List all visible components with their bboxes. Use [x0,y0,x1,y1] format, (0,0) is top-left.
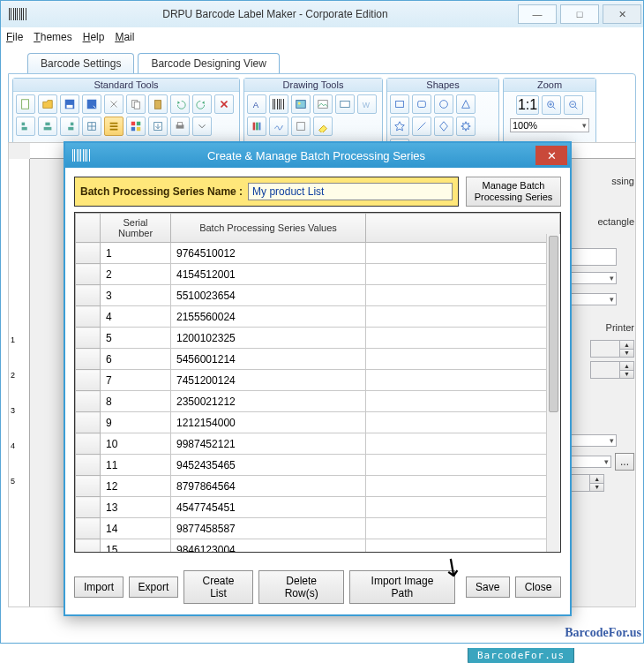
color-icon[interactable] [126,117,146,136]
cell-empty[interactable] [366,264,560,285]
image-tool-icon[interactable] [291,94,311,114]
table-row[interactable]: 91212154000 [76,412,560,433]
star-shape-icon[interactable] [390,117,409,136]
delete-icon[interactable] [214,94,234,114]
cell-value[interactable]: 1200102325 [171,328,366,349]
tab-barcode-settings[interactable]: Barcode Settings [27,53,134,73]
cell-empty[interactable] [366,306,560,328]
save-button[interactable]: Save [466,576,510,598]
delete-rows-button[interactable]: Delete Row(s) [258,570,344,604]
redo-icon[interactable] [192,94,212,114]
cell-empty[interactable] [366,476,560,497]
row-handle[interactable] [76,518,101,539]
export-icon[interactable] [148,117,168,136]
print-icon[interactable] [170,117,190,136]
maximize-button[interactable]: □ [560,4,599,24]
close-button-modal[interactable]: Close [515,576,561,598]
import-button[interactable]: Import [74,576,124,598]
cell-value[interactable]: 1212154000 [171,412,366,433]
barcode-tool-icon[interactable] [269,94,288,114]
row-handle[interactable] [76,455,101,476]
cell-serial[interactable]: 15 [101,539,171,554]
more-icon[interactable] [192,117,212,136]
table-row[interactable]: 65456001214 [76,349,560,370]
cell-empty[interactable] [366,433,560,455]
cell-serial[interactable]: 7 [101,370,171,391]
triangle-shape-icon[interactable] [456,94,476,114]
menu-help[interactable]: Help [83,31,105,44]
table-row[interactable]: 42155560024 [76,306,560,328]
line-shape-icon[interactable] [412,117,431,136]
table-row[interactable]: 128797864564 [76,476,560,497]
table-row[interactable]: 82350021212 [76,391,560,412]
table-row[interactable]: 119452435465 [76,455,560,476]
row-handle[interactable] [76,370,101,391]
cell-serial[interactable]: 9 [101,412,171,433]
row-handle[interactable] [76,433,101,455]
spinner-clip-1[interactable]: ▲▼ [590,340,634,358]
row-handle[interactable] [76,349,101,370]
cut-icon[interactable] [104,94,124,114]
table-row[interactable]: 35510023654 [76,285,560,306]
minimize-button[interactable]: — [518,4,557,24]
zoom-fit-button[interactable]: 1:1 [516,95,539,115]
row-handle[interactable] [76,264,101,285]
menu-mail[interactable]: Mail [115,31,134,44]
table-row[interactable]: 24154512001 [76,264,560,285]
cell-empty[interactable] [366,328,560,349]
custom-shape-icon[interactable] [291,117,311,136]
cell-empty[interactable] [366,349,560,370]
undo-icon[interactable] [170,94,190,114]
cell-value[interactable]: 7451200124 [171,370,366,391]
browse-button-clip[interactable]: ... [615,453,634,471]
cell-value[interactable]: 5510023654 [171,285,366,306]
cell-serial[interactable]: 11 [101,455,171,476]
open-icon[interactable] [38,94,57,114]
align-right-icon[interactable] [60,117,79,136]
row-handle[interactable] [76,391,101,412]
roundrect-shape-icon[interactable] [412,94,431,114]
paste-icon[interactable] [148,94,168,114]
col-empty[interactable] [366,214,560,243]
cell-value[interactable]: 2350021212 [171,391,366,412]
new-icon[interactable] [16,94,35,114]
diamond-shape-icon[interactable] [434,117,453,136]
cell-empty[interactable] [366,539,560,554]
row-handle[interactable] [76,539,101,554]
cell-value[interactable]: 5456001214 [171,349,366,370]
zoom-select[interactable]: 100%▾ [510,118,589,132]
cell-serial[interactable]: 6 [101,349,171,370]
manage-series-button[interactable]: Manage Batch Processing Series [466,177,561,207]
row-handle[interactable] [76,412,101,433]
cell-empty[interactable] [366,518,560,539]
cell-serial[interactable]: 12 [101,476,171,497]
row-handle[interactable] [76,285,101,306]
cell-empty[interactable] [366,391,560,412]
row-handle[interactable] [76,306,101,328]
cell-serial[interactable]: 1 [101,243,171,264]
cell-serial[interactable]: 13 [101,497,171,518]
rect-shape-icon[interactable] [390,94,409,114]
saveas-icon[interactable] [82,94,101,114]
fill-icon[interactable] [313,117,333,136]
close-button[interactable]: ✕ [603,4,641,24]
cell-value[interactable]: 4547745451 [171,497,366,518]
cell-value[interactable]: 9987452121 [171,433,366,455]
copy-icon[interactable] [126,94,146,114]
scrollbar[interactable] [546,234,560,552]
cell-serial[interactable]: 3 [101,285,171,306]
table-row[interactable]: 77451200124 [76,370,560,391]
text-tool-icon[interactable]: A [247,94,266,114]
row-handle[interactable] [76,328,101,349]
cell-value[interactable]: 2155560024 [171,306,366,328]
align-left-icon[interactable] [16,117,35,136]
col-blank[interactable] [76,214,101,243]
table-row[interactable]: 134547745451 [76,497,560,518]
cell-value[interactable]: 8797864564 [171,476,366,497]
picture-tool-icon[interactable] [313,94,333,114]
circle-shape-icon[interactable] [434,94,453,114]
cell-serial[interactable]: 14 [101,518,171,539]
modal-close-button[interactable]: ✕ [535,146,567,165]
cell-serial[interactable]: 10 [101,433,171,455]
tab-barcode-designing-view[interactable]: Barcode Designing View [138,53,280,73]
